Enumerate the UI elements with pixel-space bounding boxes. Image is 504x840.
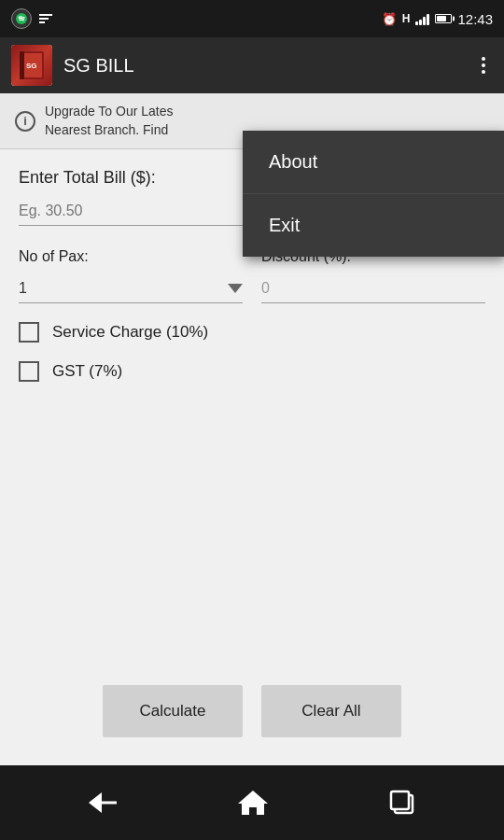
gst-row: GST (7%): [19, 361, 485, 382]
nav-bar: [0, 765, 504, 840]
svg-marker-5: [238, 791, 268, 815]
discount-field-group: Discount (%):: [261, 248, 485, 303]
service-charge-checkbox[interactable]: [19, 322, 39, 343]
back-button[interactable]: [89, 792, 117, 813]
pax-field-group: No of Pax:: [19, 248, 243, 303]
svg-rect-7: [391, 791, 409, 809]
menu-bars-icon: [39, 14, 52, 23]
status-right: ⏰ H 12:43: [382, 11, 493, 27]
service-charge-label: Service Charge (10%): [52, 323, 208, 342]
button-row: Calculate Clear All: [0, 666, 504, 756]
clear-all-button[interactable]: Clear All: [261, 685, 401, 737]
row-fields: No of Pax: Discount (%):: [19, 248, 485, 303]
pax-input-container: [19, 274, 243, 303]
pax-spinner-icon[interactable]: [228, 284, 243, 293]
status-bar: ⏰ H 12:43: [0, 0, 504, 37]
pax-label: No of Pax:: [19, 248, 243, 265]
menu-item-about[interactable]: About: [243, 131, 504, 194]
signal-bars-icon: [415, 12, 429, 25]
gst-checkbox[interactable]: [19, 361, 39, 382]
status-left: [11, 8, 52, 29]
dropdown-menu: About Exit: [243, 131, 504, 257]
menu-item-exit[interactable]: Exit: [243, 194, 504, 257]
svg-rect-3: [20, 51, 24, 79]
pax-input[interactable]: [19, 280, 228, 297]
calculate-button[interactable]: Calculate: [103, 685, 243, 737]
app-title: SG BILL: [63, 55, 474, 77]
recent-apps-button[interactable]: [389, 790, 415, 816]
home-button[interactable]: [238, 789, 268, 817]
alarm-icon: ⏰: [382, 12, 397, 26]
clock: 12:43: [457, 11, 493, 27]
svg-text:SG: SG: [26, 62, 37, 70]
gst-label: GST (7%): [52, 362, 122, 381]
home-icon: [238, 789, 268, 817]
h-indicator: H: [402, 12, 411, 25]
recent-apps-icon: [389, 790, 415, 816]
app-bar: SG SG BILL About Exit: [0, 37, 504, 93]
battery-icon: [435, 14, 452, 23]
overflow-menu-button[interactable]: [474, 49, 493, 81]
spotify-icon: [11, 8, 32, 29]
service-charge-row: Service Charge (10%): [19, 322, 485, 343]
app-logo: SG: [11, 45, 52, 86]
info-icon: i: [15, 111, 35, 132]
notification-text: Upgrade To Our Lates Nearest Branch. Fin…: [45, 103, 174, 139]
discount-input[interactable]: [261, 274, 485, 303]
